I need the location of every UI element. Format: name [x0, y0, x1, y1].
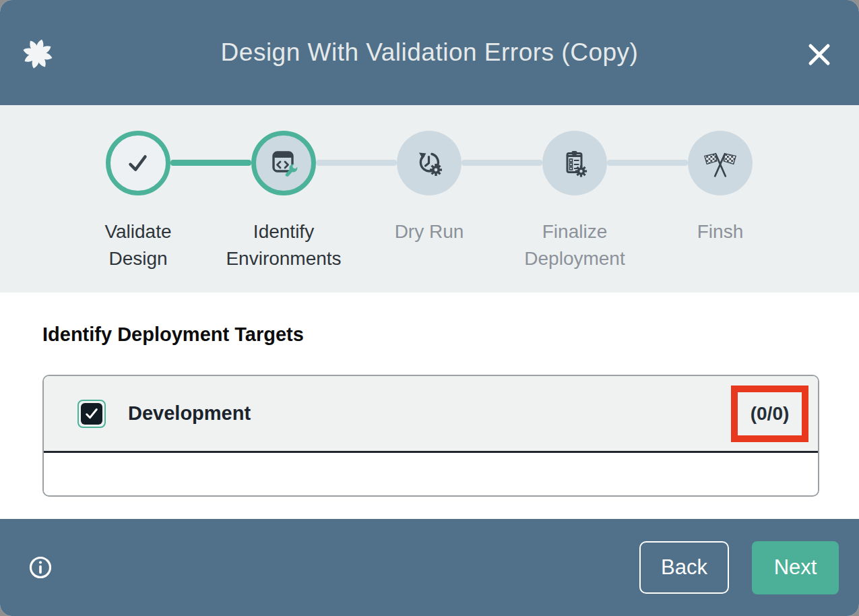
back-button[interactable]: Back	[639, 541, 729, 594]
stepper-connector	[462, 160, 542, 166]
annotation-highlight-box: (0/0)	[731, 386, 808, 442]
close-button[interactable]	[804, 39, 835, 70]
stepper-connector	[316, 160, 397, 166]
step-label-finalize-deployment: Finalize Deployment	[502, 218, 647, 272]
step-identify-environments	[251, 131, 316, 195]
step-finalize-deployment	[542, 131, 607, 195]
stepper-connector	[607, 160, 688, 166]
next-button[interactable]: Next	[752, 541, 839, 594]
checkbox-checked-box	[81, 403, 102, 425]
info-button[interactable]	[28, 555, 53, 580]
development-checkbox[interactable]	[77, 400, 106, 428]
deployment-stepper: Validate Design Identify Environments	[0, 105, 859, 292]
step-dry-run	[397, 131, 462, 195]
pinwheel-logo-icon	[19, 35, 57, 73]
clipboard-gear-icon	[559, 147, 591, 179]
empty-list-row	[44, 453, 818, 495]
environment-row-development[interactable]: Development (0/0)	[44, 376, 818, 453]
stepper-connector	[170, 160, 251, 166]
code-window-wrench-icon	[267, 147, 300, 179]
close-icon	[806, 41, 833, 68]
modal-header: Design With Validation Errors (Copy)	[0, 0, 859, 105]
section-heading: Identify Deployment Targets	[42, 324, 304, 346]
step-validate-design	[106, 131, 170, 195]
deployment-wizard-modal: Design With Validation Errors (Copy) Val…	[0, 0, 859, 616]
deployment-targets-list: Development (0/0)	[42, 375, 819, 497]
step-label-identify-environments: Identify Environments	[211, 218, 356, 272]
history-gear-icon	[413, 147, 445, 179]
step-label-dry-run: Dry Run	[356, 218, 502, 245]
step-label-finish: Finsh	[647, 218, 793, 245]
info-icon	[28, 555, 53, 580]
step-finish	[688, 131, 753, 195]
checkmark-icon	[83, 405, 100, 423]
check-icon	[123, 148, 154, 179]
step-label-validate-design: Validate Design	[65, 218, 211, 272]
environment-counter: (0/0)	[751, 403, 790, 425]
step-content-panel: Identify Deployment Targets Development …	[0, 292, 859, 519]
checkered-flags-icon	[702, 147, 738, 179]
dialog-title: Design With Validation Errors (Copy)	[221, 38, 639, 67]
environment-name: Development	[128, 402, 251, 425]
modal-footer: Back Next	[0, 519, 859, 616]
